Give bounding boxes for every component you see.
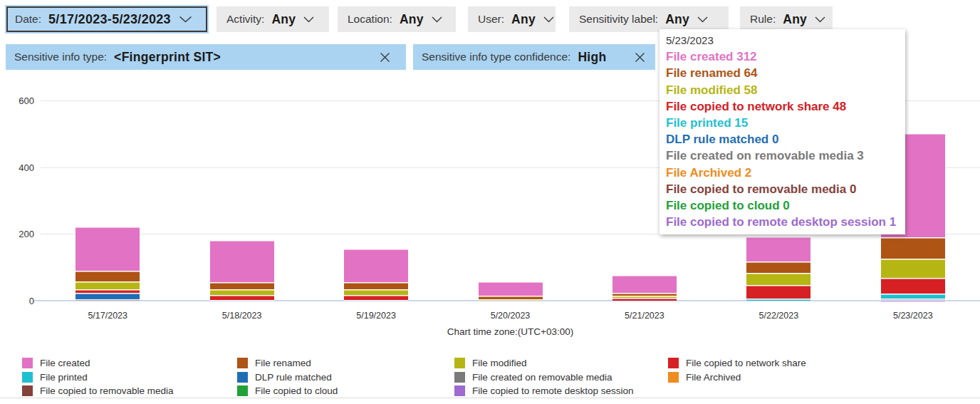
x-axis-tick-label: 5/22/2023 <box>711 311 845 321</box>
bar-5/17/2023[interactable] <box>75 0 140 301</box>
bar-segment-network[interactable] <box>881 278 945 294</box>
tooltip-item-archived: File Archived 2 <box>666 165 901 181</box>
legend-label: File printed <box>40 372 88 383</box>
bar-segment-printed[interactable] <box>746 299 810 301</box>
bar-5/20/2023[interactable] <box>479 0 543 301</box>
tooltip-item-createdRemovable: File created on removable media 3 <box>666 147 901 164</box>
x-axis-tick-label: 5/17/2023 <box>41 311 174 321</box>
bar-segment-network[interactable] <box>75 289 140 293</box>
legend-swatch-modified <box>454 358 465 368</box>
y-axis-tick-label: 200 <box>0 229 34 239</box>
legend-label: File modified <box>472 358 527 368</box>
legend-swatch-archived <box>668 372 679 383</box>
legend-item-modified[interactable]: File modified <box>454 358 527 368</box>
tooltip-item-created: File created 312 <box>666 48 901 65</box>
bar-5/19/2023[interactable] <box>344 0 408 301</box>
bar-segment-copiedRemovable[interactable] <box>344 300 408 301</box>
legend-swatch-remote <box>454 385 465 396</box>
tooltip-date: 5/23/2023 <box>666 32 901 48</box>
tooltip-item-cloud: File copied to cloud 0 <box>666 197 901 214</box>
bar-segment-created[interactable] <box>479 281 543 295</box>
bar-segment-copiedRemovable[interactable] <box>210 300 274 301</box>
bar-segment-network[interactable] <box>746 285 810 298</box>
tooltip-item-modified: File modified 58 <box>666 82 901 98</box>
tooltip-item-dlp: DLP rule matched 0 <box>666 131 901 147</box>
bar-segment-modified[interactable] <box>210 289 274 295</box>
legend-item-dlp[interactable]: DLP rule matched <box>237 372 332 383</box>
legend-label: File copied to removable media <box>40 385 174 396</box>
bar-segment-created[interactable] <box>612 275 677 293</box>
legend-swatch-created <box>22 358 33 368</box>
legend-label: File copied to network share <box>686 358 806 368</box>
legend-item-createdRemovable[interactable]: File created on removable media <box>454 372 612 383</box>
tooltip-item-remote: File copied to remote desktop session 1 <box>666 214 901 230</box>
legend-label: File renamed <box>255 358 311 368</box>
y-axis-tick-label: 400 <box>0 162 34 172</box>
legend-label: File created <box>40 358 90 368</box>
legend-swatch-network <box>668 358 679 368</box>
bar-segment-network[interactable] <box>210 295 274 300</box>
bar-segment-created[interactable] <box>75 227 140 271</box>
legend-item-network[interactable]: File copied to network share <box>668 358 806 368</box>
legend-item-created[interactable]: File created <box>22 358 90 368</box>
tooltip-item-network: File copied to network share 48 <box>666 98 901 115</box>
x-axis-tick-label: 5/19/2023 <box>309 311 443 321</box>
bar-segment-renamed[interactable] <box>75 271 140 281</box>
legend-label: File created on removable media <box>472 372 612 383</box>
bar-segment-modified[interactable] <box>612 296 677 298</box>
x-axis-tick-label: 5/23/2023 <box>846 311 980 321</box>
legend-label: DLP rule matched <box>255 372 332 383</box>
legend-item-renamed[interactable]: File renamed <box>237 358 311 368</box>
bar-segment-createdRemovable[interactable] <box>881 299 945 299</box>
legend-swatch-printed <box>22 372 33 383</box>
bar-segment-renamed[interactable] <box>344 282 408 289</box>
legend-swatch-cloud <box>237 385 248 396</box>
x-axis-tick-label: 5/18/2023 <box>174 311 308 321</box>
y-axis-tick-label: 600 <box>0 95 34 106</box>
legend-item-cloud[interactable]: File copied to cloud <box>237 385 338 396</box>
legend-item-archived[interactable]: File Archived <box>668 372 741 383</box>
legend-item-printed[interactable]: File printed <box>22 372 88 383</box>
bar-segment-dlp[interactable] <box>75 293 140 299</box>
legend-item-remote[interactable]: File copied to remote desktop session <box>454 385 634 396</box>
bar-segment-printed[interactable] <box>881 294 945 299</box>
bar-segment-renamed[interactable] <box>479 296 543 300</box>
tooltip-item-renamed: File renamed 64 <box>666 65 901 81</box>
y-axis-tick-label: 0 <box>0 296 34 306</box>
bar-segment-renamed[interactable] <box>881 237 945 259</box>
x-axis-tick-label: 5/20/2023 <box>443 311 577 321</box>
bar-segment-created[interactable] <box>210 240 274 282</box>
legend-label: File copied to remote desktop session <box>472 385 634 396</box>
activity-explorer-chart-panel: Date: 5/17/2023-5/23/2023 Activity: Any … <box>0 0 980 404</box>
legend-label: File copied to cloud <box>255 385 338 396</box>
bar-5/18/2023[interactable] <box>210 0 274 301</box>
chart-tooltip: 5/23/2023 File created 312File renamed 6… <box>660 29 905 234</box>
bar-segment-copiedRemovable[interactable] <box>75 299 140 301</box>
bar-segment-modified[interactable] <box>881 259 945 278</box>
bar-segment-modified[interactable] <box>746 273 810 285</box>
bar-segment-created[interactable] <box>344 249 408 282</box>
legend-label: File Archived <box>686 372 741 383</box>
bar-segment-archived[interactable] <box>881 300 945 301</box>
bar-segment-created[interactable] <box>746 237 810 261</box>
bar-segment-network[interactable] <box>344 295 408 300</box>
legend-item-copiedRemovable[interactable]: File copied to removable media <box>22 385 174 396</box>
x-axis-tick-label: 5/21/2023 <box>578 311 711 321</box>
bar-segment-renamed[interactable] <box>746 261 810 273</box>
legend-swatch-renamed <box>237 358 248 368</box>
bottom-divider <box>0 398 980 398</box>
legend-swatch-dlp <box>237 372 248 383</box>
tooltip-item-copiedRemovable: File copied to removable media 0 <box>666 181 901 197</box>
legend-swatch-copiedRemovable <box>22 385 33 396</box>
bar-segment-modified[interactable] <box>75 281 140 289</box>
bar-segment-renamed[interactable] <box>210 282 274 289</box>
tooltip-items: File created 312File renamed 64File modi… <box>666 48 901 230</box>
chart-timezone-label: Chart time zone:(UTC+03:00) <box>41 326 980 337</box>
tooltip-item-printed: File printed 15 <box>666 115 901 131</box>
bar-segment-network[interactable] <box>612 298 677 301</box>
bar-segment-modified[interactable] <box>479 299 543 301</box>
bar-segment-renamed[interactable] <box>612 293 677 296</box>
bar-segment-modified[interactable] <box>344 289 408 295</box>
legend-swatch-createdRemovable <box>454 372 465 383</box>
